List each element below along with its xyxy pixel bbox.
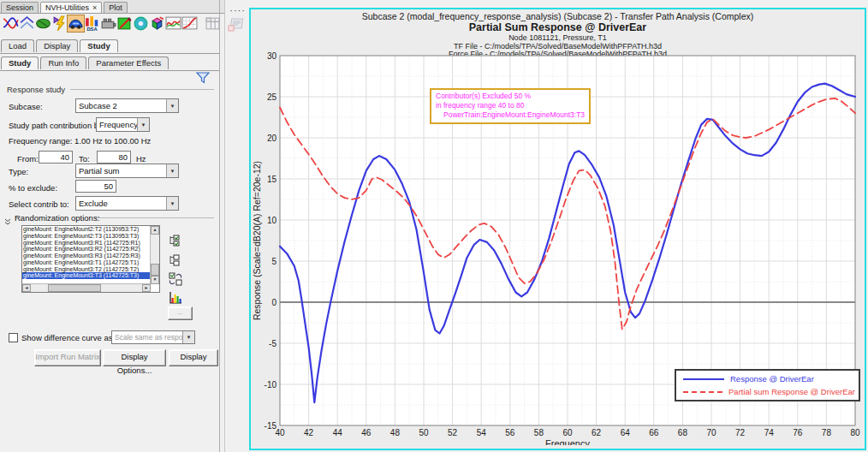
percent-exclude-label: % to exclude: <box>9 183 57 193</box>
contributor-list-item[interactable]: gineMount: EngineMount2:T3 (1130953:T3) <box>22 233 151 240</box>
fit-chart-icon[interactable] <box>181 15 199 33</box>
svg-text:DSA: DSA <box>86 27 98 32</box>
engine-icon[interactable] <box>99 15 117 33</box>
frequency-range-text: Frequency range: 1.00 Hz to 100.00 Hz <box>9 136 151 146</box>
panel-splitter[interactable] <box>224 0 225 452</box>
legend-row-partial-sum: Partial sum Response @ DriverEar <box>680 385 855 398</box>
chevron-down-icon[interactable]: ▼ <box>137 118 149 131</box>
legend-label: Partial sum Response @ DriverEar <box>728 387 855 396</box>
chevron-down-icon[interactable]: ▼ <box>166 99 178 112</box>
show-difference-checkbox[interactable] <box>9 333 18 342</box>
scroll-right-icon[interactable]: ► <box>142 284 151 292</box>
y-tick-label: 10 <box>267 216 277 225</box>
display-options-button[interactable]: Display Options... <box>103 349 166 366</box>
x-tick-label: 52 <box>448 428 458 437</box>
tab-display[interactable]: Display <box>36 39 78 52</box>
select-contrib-dropdown[interactable]: Exclude ▼ <box>75 196 179 211</box>
invert-selection-icon[interactable] <box>169 272 182 286</box>
scroll-down-icon[interactable]: ▼ <box>151 276 159 284</box>
filter-icon[interactable] <box>195 72 211 84</box>
chart-legend[interactable]: Response @ DriverEar Partial sum Respons… <box>675 369 860 401</box>
response-study-group-label: Response study <box>7 85 65 94</box>
torus-icon[interactable] <box>132 15 150 33</box>
to-label: To: <box>79 154 90 164</box>
dashed-line-swatch <box>683 391 722 393</box>
panel-tab-bar: LoadDisplayStudy <box>0 38 219 54</box>
subtab-parameter-effects[interactable]: Parameter Effects <box>88 56 169 69</box>
x-tick-label: 60 <box>562 428 573 437</box>
contributor-list-item[interactable]: gineMount: EngineMount3:R2 (1142725:R2) <box>22 246 151 253</box>
y-tick-label: 0 <box>271 298 276 307</box>
vehicle-icon[interactable] <box>67 15 85 33</box>
list-horizontal-scrollbar[interactable]: ◄ ► <box>22 283 151 292</box>
contribution-dropdown[interactable]: Frequency ▼ <box>96 117 150 132</box>
list-vertical-scrollbar[interactable]: ▲ ▼ <box>150 226 159 284</box>
x-tick-label: 58 <box>534 428 544 437</box>
excluded-contributor-annotation[interactable]: Contributor(s) Excluded 50 % in frequenc… <box>430 88 591 124</box>
percent-exclude-input[interactable] <box>75 180 116 193</box>
contributor-list-item[interactable]: gineMount: EngineMount3:R3 (1142725:R3) <box>22 253 151 259</box>
difference-scale-dropdown[interactable]: Scale same as response ▼ <box>111 330 195 344</box>
subtab-study[interactable]: Study <box>1 56 39 69</box>
geometry-icon[interactable] <box>34 15 52 33</box>
contributor-list-item[interactable]: gineMount: EngineMount3:T2 (1142725:T2) <box>22 266 151 273</box>
stacked-curves-icon[interactable] <box>18 15 36 33</box>
type-dropdown[interactable]: Partial sum ▼ <box>75 164 179 178</box>
x-tick-label: 76 <box>793 428 803 437</box>
drag-handle-dots[interactable]: ···· <box>230 7 247 15</box>
nvh-utilities-app: { "colors": { "response_curve": "#3a3ae0… <box>0 0 868 452</box>
scrollbar-thumb[interactable] <box>48 284 101 292</box>
panel-splitter[interactable] <box>219 0 220 452</box>
y-tick-label: 30 <box>267 51 277 61</box>
select-all-icon[interactable] <box>169 234 182 247</box>
x-tick-label: 40 <box>275 428 285 437</box>
subcase-label: Subcase: <box>9 102 43 111</box>
to-input[interactable] <box>97 151 131 164</box>
from-label: From: <box>17 154 39 164</box>
group-divider <box>70 89 214 90</box>
x-tick-label: 56 <box>505 428 515 437</box>
from-input[interactable] <box>39 151 73 164</box>
report-page-icon[interactable] <box>227 17 246 33</box>
tab-study[interactable]: Study <box>80 39 117 52</box>
tab-load[interactable]: Load <box>1 39 34 52</box>
xy-curves-icon[interactable] <box>2 15 20 33</box>
x-tick-label: 78 <box>822 428 832 437</box>
dsa-icon[interactable]: DSA <box>83 15 101 33</box>
excitation-icon[interactable] <box>51 15 68 33</box>
scroll-up-icon[interactable]: ▲ <box>151 226 159 235</box>
chevron-down-icon[interactable]: ▼ <box>166 197 178 210</box>
display-button[interactable]: Display <box>169 349 218 366</box>
x-tick-label: 48 <box>390 428 401 437</box>
y-tick-label: 20 <box>267 134 277 143</box>
deselect-all-icon[interactable] <box>169 253 182 267</box>
contributor-list-item[interactable]: gineMount: EngineMount3:T3 (1142725:T3) <box>22 272 151 279</box>
x-tick-label: 54 <box>477 428 487 437</box>
more-button[interactable]: ... <box>168 306 193 320</box>
subtab-run-info[interactable]: Run Info <box>40 56 86 69</box>
x-tick-label: 66 <box>649 428 659 437</box>
contribution-value: Frequency <box>97 120 137 129</box>
cube-icon[interactable] <box>148 15 166 33</box>
contribution-label: Study path contribution by: <box>9 121 105 130</box>
frf-wave-icon[interactable] <box>164 15 182 33</box>
plot-window[interactable]: Subcase 2 (modal_frequency_response_anal… <box>249 8 866 450</box>
x-tick-label: 64 <box>621 428 631 437</box>
collapse-chevron-icon[interactable] <box>3 214 12 223</box>
edit-plot-icon[interactable] <box>116 15 134 33</box>
subcase-dropdown[interactable]: Subcase 2 ▼ <box>75 98 179 113</box>
x-tick-label: 42 <box>304 428 314 437</box>
randomization-group-label: Randomization options: <box>15 213 99 223</box>
y-tick-label: 25 <box>267 92 277 102</box>
bar-chart-icon[interactable] <box>169 291 182 305</box>
contributor-list-item[interactable]: gineMount: EngineMount3:R1 (1142725:R1) <box>22 240 151 247</box>
toolbar: DSA <box>0 0 225 36</box>
contributor-list[interactable]: gineMount: EngineMount2:T2 (1130953:T2)g… <box>21 225 160 293</box>
type-value: Partial sum <box>76 166 166 175</box>
scroll-left-icon[interactable]: ◄ <box>22 284 31 292</box>
chevron-down-icon[interactable]: ▼ <box>166 164 178 177</box>
import-run-matrix-button[interactable]: Import Run Matrix <box>34 349 101 366</box>
contributor-list-item[interactable]: gineMount: EngineMount2:T2 (1130953:T2) <box>22 226 151 233</box>
contributor-list-item[interactable]: gineMount: EngineMount3:T1 (1142725:T1) <box>22 259 151 266</box>
scrollbar-thumb[interactable] <box>151 264 159 276</box>
